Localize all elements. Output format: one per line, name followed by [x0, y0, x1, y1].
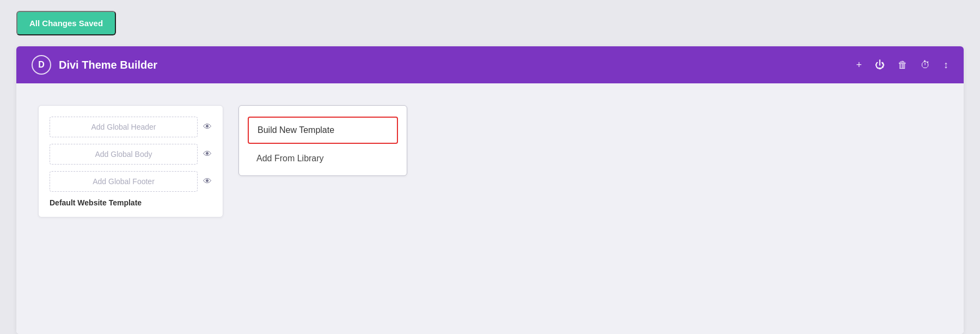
- top-bar: All Changes Saved: [0, 0, 980, 46]
- build-new-template-button[interactable]: Build New Template: [248, 117, 398, 144]
- eye-icon-footer[interactable]: 👁: [203, 177, 212, 186]
- panel-title: Divi Theme Builder: [59, 59, 157, 71]
- template-name: Default Website Template: [50, 198, 212, 207]
- eye-icon-body[interactable]: 👁: [203, 149, 212, 159]
- saved-badge: All Changes Saved: [16, 11, 116, 35]
- panel-header-right: + ⏻ 🗑 ⏱ ↕: [856, 59, 948, 71]
- trash-icon[interactable]: 🗑: [898, 59, 908, 71]
- global-footer-label[interactable]: Add Global Footer: [50, 171, 198, 192]
- power-icon[interactable]: ⏻: [875, 59, 885, 71]
- global-footer-row: Add Global Footer 👁: [50, 171, 212, 192]
- panel-header-left: D Divi Theme Builder: [32, 55, 157, 75]
- global-body-row: Add Global Body 👁: [50, 144, 212, 165]
- default-template-card: Add Global Header 👁 Add Global Body 👁 Ad…: [38, 105, 223, 217]
- global-header-row: Add Global Header 👁: [50, 117, 212, 137]
- panel-body: Add Global Header 👁 Add Global Body 👁 Ad…: [16, 83, 964, 334]
- global-body-label[interactable]: Add Global Body: [50, 144, 198, 165]
- panel-header: D Divi Theme Builder + ⏻ 🗑 ⏱ ↕: [16, 46, 964, 83]
- sort-icon[interactable]: ↕: [944, 59, 948, 71]
- clock-icon[interactable]: ⏱: [921, 59, 930, 71]
- eye-icon-header[interactable]: 👁: [203, 122, 212, 132]
- theme-builder-panel: D Divi Theme Builder + ⏻ 🗑 ⏱ ↕ Add Globa…: [16, 46, 964, 334]
- add-from-library-button[interactable]: Add From Library: [248, 147, 398, 170]
- add-icon[interactable]: +: [856, 59, 862, 71]
- global-header-label[interactable]: Add Global Header: [50, 117, 198, 137]
- new-template-card: Build New Template Add From Library: [238, 105, 407, 176]
- divi-logo: D: [32, 55, 51, 75]
